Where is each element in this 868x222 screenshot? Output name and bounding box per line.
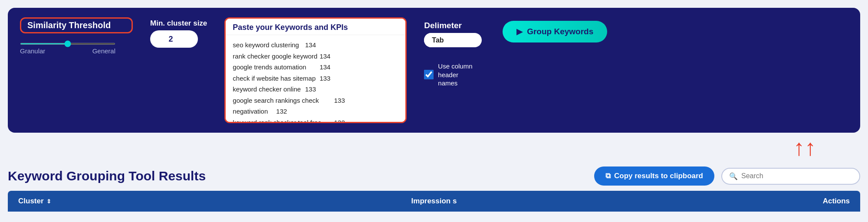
- col-impressions-header: Impression s: [226, 197, 642, 206]
- slider-min-label: Granular: [20, 47, 45, 55]
- slider-labels: Granular General: [20, 47, 115, 55]
- min-cluster-input[interactable]: [150, 30, 198, 48]
- impressions-label: Impression s: [411, 197, 457, 205]
- actions-label: Actions: [823, 197, 850, 205]
- group-keywords-label: Group Keywords: [527, 27, 593, 36]
- chevron-down-icon: ▼: [471, 36, 478, 44]
- group-keywords-button[interactable]: ▶ Group Keywords: [503, 21, 607, 42]
- slider-container: Granular General: [20, 39, 133, 55]
- up-arrow-2: ↑: [805, 136, 816, 159]
- sort-icon[interactable]: ⇕: [46, 198, 51, 205]
- right-controls: Delimeter Tab Comma Semicolon Space ▼ Us…: [424, 19, 482, 88]
- keywords-section: Paste your Keywords and KPIs seo keyword…: [224, 17, 407, 123]
- min-cluster-section: Min. cluster size: [150, 19, 207, 48]
- delimiter-select-container: Tab Comma Semicolon Space ▼: [424, 33, 482, 47]
- cluster-label: Cluster: [18, 197, 44, 206]
- keywords-textarea[interactable]: seo keyword clustering 134 rank checker …: [226, 35, 405, 122]
- results-actions: ⧉ Copy results to clipboard 🔍: [594, 166, 860, 186]
- use-column-label: Use columnheadernames: [438, 62, 472, 88]
- delimiter-select[interactable]: Tab Comma Semicolon Space: [424, 33, 475, 47]
- keywords-header: Paste your Keywords and KPIs: [226, 19, 405, 35]
- copy-results-button[interactable]: ⧉ Copy results to clipboard: [594, 166, 714, 186]
- search-icon: 🔍: [729, 172, 738, 180]
- results-row: Keyword Grouping Tool Results ⧉ Copy res…: [8, 166, 860, 186]
- table-header: Cluster ⇕ Impression s Actions: [8, 191, 860, 212]
- top-panel: Similarity Threshold Granular General Mi…: [8, 8, 860, 133]
- up-arrows-container: ↑ ↑: [0, 136, 868, 159]
- col-cluster-header: Cluster ⇕: [18, 197, 226, 206]
- bottom-area: Keyword Grouping Tool Results ⧉ Copy res…: [0, 159, 868, 212]
- delimiter-section: Delimeter Tab Comma Semicolon Space ▼: [424, 21, 482, 47]
- use-column-checkbox[interactable]: [424, 70, 434, 79]
- copy-label: Copy results to clipboard: [614, 172, 703, 180]
- similarity-label: Similarity Threshold: [20, 17, 133, 33]
- delimiter-label: Delimeter: [424, 21, 482, 30]
- search-input[interactable]: [741, 172, 852, 180]
- group-keywords-section: ▶ Group Keywords: [503, 19, 607, 42]
- slider-max-label: General: [92, 47, 115, 55]
- results-title: Keyword Grouping Tool Results: [8, 169, 206, 183]
- use-column-section: Use columnheadernames: [424, 62, 482, 88]
- play-icon: ▶: [516, 27, 523, 36]
- copy-icon: ⧉: [605, 172, 611, 180]
- similarity-section: Similarity Threshold Granular General: [20, 17, 133, 55]
- col-actions-header: Actions: [642, 197, 850, 206]
- up-arrow-1: ↑: [793, 136, 805, 159]
- min-cluster-label: Min. cluster size: [150, 19, 207, 28]
- similarity-slider[interactable]: [20, 43, 115, 45]
- search-input-wrap: 🔍: [721, 168, 860, 185]
